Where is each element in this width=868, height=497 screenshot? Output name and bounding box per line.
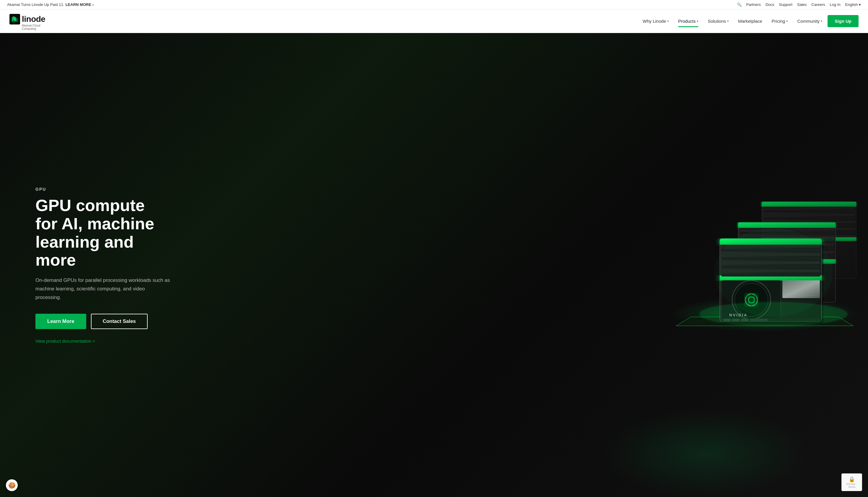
gpu-svg: NVIDIA xyxy=(647,184,868,346)
hero-buttons: Learn More Contact Sales xyxy=(36,314,171,329)
nav-item-products[interactable]: Products ▾ xyxy=(674,16,702,26)
svg-rect-28 xyxy=(763,214,855,216)
recaptcha-logo: 🔒 xyxy=(845,476,858,483)
hero-description: On-demand GPUs for parallel processing w… xyxy=(36,276,171,302)
announcement-bar: Akamai Turns Linode Up Past 11. LEARN MO… xyxy=(0,0,868,10)
svg-rect-29 xyxy=(763,217,855,219)
svg-rect-26 xyxy=(763,207,855,209)
logo-name-text: linode xyxy=(22,14,45,24)
top-nav-docs[interactable]: Docs xyxy=(766,2,774,7)
svg-rect-24 xyxy=(762,202,856,207)
nav-item-marketplace[interactable]: Marketplace xyxy=(734,16,767,26)
main-navbar: linode Akamai Cloud Computing Why Linode… xyxy=(0,10,868,33)
announcement-main-text: Akamai Turns Linode Up Past 11. xyxy=(7,2,64,7)
svg-rect-27 xyxy=(763,210,855,213)
logo-top: linode xyxy=(10,14,45,25)
recaptcha-text: Privacy - Terms xyxy=(845,483,858,488)
chevron-down-icon: ▾ xyxy=(786,19,788,23)
linode-logo-icon xyxy=(10,14,20,25)
gpu-visual: NVIDIA xyxy=(647,184,868,346)
logo[interactable]: linode Akamai Cloud Computing xyxy=(10,14,51,29)
top-nav-links: 🔍 Partners Docs Support Sales Careers Lo… xyxy=(737,2,861,7)
hero-label: GPU xyxy=(36,187,171,191)
hero-title: GPU compute for AI, machine learning and… xyxy=(36,196,171,269)
cookie-icon: 🍪 xyxy=(8,482,16,489)
recaptcha-widget: 🔒 Privacy - Terms xyxy=(841,473,862,491)
chevron-down-icon: ▾ xyxy=(697,19,698,23)
announcement-text: Akamai Turns Linode Up Past 11. LEARN MO… xyxy=(7,2,94,7)
announcement-learn-more-link[interactable]: LEARN MORE › xyxy=(66,2,94,7)
chevron-down-icon: ▾ xyxy=(667,19,669,23)
chevron-down-icon: ▾ xyxy=(821,19,822,23)
nav-item-why-linode[interactable]: Why Linode ▾ xyxy=(639,16,673,26)
nav-item-community[interactable]: Community ▾ xyxy=(793,16,826,26)
svg-point-86 xyxy=(700,302,847,326)
main-nav: Why Linode ▾ Products ▾ Solutions ▾ Mark… xyxy=(639,15,858,27)
nav-item-pricing[interactable]: Pricing ▾ xyxy=(768,16,792,26)
nav-item-solutions[interactable]: Solutions ▾ xyxy=(703,16,733,26)
logo-image: linode Akamai Cloud Computing xyxy=(10,14,51,29)
cookie-consent-widget[interactable]: 🍪 xyxy=(6,479,18,491)
top-nav-sales[interactable]: Sales xyxy=(797,2,807,7)
language-selector[interactable]: English ▾ xyxy=(845,2,861,7)
hero-content: GPU GPU compute for AI, machine learning… xyxy=(0,163,207,367)
learn-more-button[interactable]: Learn More xyxy=(36,314,86,329)
top-nav-partners[interactable]: Partners xyxy=(746,2,761,7)
svg-rect-40 xyxy=(738,223,836,228)
signup-button[interactable]: Sign Up xyxy=(828,15,858,27)
top-nav-login[interactable]: Log In xyxy=(830,2,841,7)
chevron-down-icon: ▾ xyxy=(727,19,729,23)
top-nav-support[interactable]: Support xyxy=(779,2,793,7)
contact-sales-button[interactable]: Contact Sales xyxy=(91,314,148,329)
top-nav-careers[interactable]: Careers xyxy=(811,2,825,7)
logo-sub-text: Akamai Cloud Computing xyxy=(22,24,51,30)
search-icon[interactable]: 🔍 xyxy=(737,2,742,7)
hero-section: NVIDIA xyxy=(0,33,868,497)
product-documentation-link[interactable]: View product documentation > xyxy=(36,339,95,343)
